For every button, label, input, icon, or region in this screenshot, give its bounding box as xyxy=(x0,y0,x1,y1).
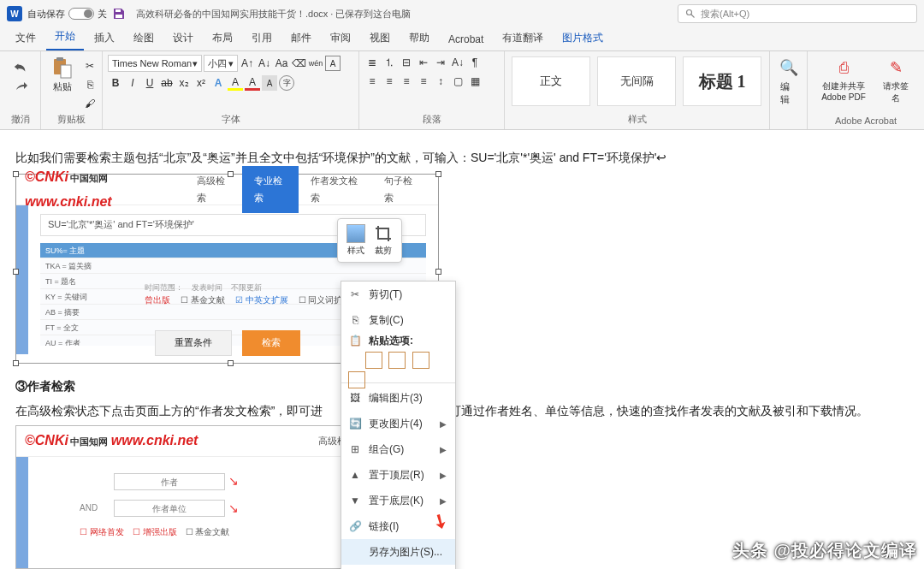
picture-style-button[interactable]: 样式 xyxy=(346,224,365,257)
ck-net[interactable]: ☐ 网络首发 xyxy=(80,525,124,540)
ctx-cut[interactable]: ✂剪切(T) xyxy=(341,282,455,307)
char-shading-icon[interactable]: A xyxy=(262,75,277,91)
tab-review[interactable]: 审阅 xyxy=(322,27,359,50)
tab-home[interactable]: 开始 xyxy=(46,26,84,50)
align-left-icon[interactable]: ≡ xyxy=(364,74,380,89)
back-icon: ▼ xyxy=(348,494,362,507)
justify-icon[interactable]: ≡ xyxy=(416,74,431,89)
tab-draw[interactable]: 绘图 xyxy=(125,27,163,50)
paste-opt-3[interactable] xyxy=(412,352,429,369)
indent-dec-icon[interactable]: ⇤ xyxy=(416,55,431,70)
autosave[interactable]: 自动保存 关 xyxy=(27,8,107,21)
paste-button[interactable]: 粘贴 xyxy=(46,55,79,95)
picture-crop-button[interactable]: 裁剪 xyxy=(374,224,393,257)
subscript-icon[interactable]: x₂ xyxy=(176,75,192,91)
tab-design[interactable]: 设计 xyxy=(164,27,202,50)
search-box[interactable]: 搜索(Alt+Q) xyxy=(678,4,917,23)
group-clipboard: 粘贴 ✂ ⎘ 🖌 剪贴板 xyxy=(41,51,103,129)
strike-icon[interactable]: ab xyxy=(159,75,175,91)
tab-file[interactable]: 文件 xyxy=(7,27,44,50)
tab-picture-format[interactable]: 图片格式 xyxy=(554,27,612,50)
show-marks-icon[interactable]: ¶ xyxy=(467,55,483,70)
svg-rect-0 xyxy=(116,9,121,12)
font-name-select[interactable]: Times New Roman▾ xyxy=(108,55,202,72)
cnki-filter-fund[interactable]: ☐ 基金文献 xyxy=(181,293,225,308)
ctx-copy[interactable]: ⎘复制(C) xyxy=(341,307,455,333)
text-effects-icon[interactable]: A xyxy=(210,75,226,91)
bold-icon[interactable]: B xyxy=(108,75,123,91)
underline-icon[interactable]: U xyxy=(142,75,157,91)
ck-enhanced[interactable]: ☐ 增强出版 xyxy=(133,525,177,540)
group-font: Times New Roman▾ 小四▾ A↑ A↓ Aa ⌫ wén A B … xyxy=(103,51,359,129)
ctx-insert-caption[interactable]: 🏷插入题注(N)... xyxy=(341,565,455,569)
shading-icon[interactable]: ▢ xyxy=(450,74,465,89)
tab-acrobat[interactable]: Acrobat xyxy=(440,30,492,50)
cnki-reset-button[interactable]: 重置条件 xyxy=(155,330,232,356)
search-icon xyxy=(685,9,696,19)
ctx-edit-picture[interactable]: 🖼编辑图片(3) xyxy=(341,385,455,411)
align-right-icon[interactable]: ≡ xyxy=(399,74,414,89)
cut-icon[interactable]: ✂ xyxy=(82,58,98,74)
cnki-filter-pub[interactable]: 曾出版 xyxy=(145,293,170,308)
change-case-icon[interactable]: Aa xyxy=(274,56,289,71)
tab-help[interactable]: 帮助 xyxy=(400,27,438,50)
style-heading1[interactable]: 标题 1 xyxy=(683,56,761,106)
cnki-header: ©CNKi中国知网 www.cnki.net 高级检索 专业检索 作者发文检索 … xyxy=(16,175,438,205)
style-normal[interactable]: 正文 xyxy=(512,56,590,106)
paste-opt-2[interactable] xyxy=(388,352,406,369)
font-color-icon[interactable]: A xyxy=(245,75,260,91)
multilevel-icon[interactable]: ⊟ xyxy=(399,55,414,70)
tab-translate[interactable]: 有道翻译 xyxy=(494,27,552,50)
borders-icon[interactable]: ▦ xyxy=(467,74,483,89)
ctx-save-as-picture[interactable]: 另存为图片(S)... xyxy=(341,539,455,565)
edit-icon: 🔍 xyxy=(778,56,800,79)
save-icon[interactable] xyxy=(112,7,126,21)
line-spacing-icon[interactable]: ↕ xyxy=(433,74,448,89)
clear-format-icon[interactable]: ⌫ xyxy=(291,56,306,71)
acrobat-sign-button[interactable]: ✎ 请求签名 xyxy=(878,55,914,106)
grow-font-icon[interactable]: A↑ xyxy=(240,56,255,71)
author-unit-field[interactable]: 作者单位 xyxy=(114,500,225,517)
ctx-change-picture[interactable]: 🔄更改图片(4)▶ xyxy=(341,411,455,436)
tab-references[interactable]: 引用 xyxy=(243,27,281,50)
group-label-paragraph: 段落 xyxy=(364,113,499,127)
font-size-select[interactable]: 小四▾ xyxy=(204,55,238,72)
shrink-font-icon[interactable]: A↓ xyxy=(257,56,272,71)
bullets-icon[interactable]: ≣ xyxy=(364,55,380,70)
align-center-icon[interactable]: ≡ xyxy=(382,74,397,89)
format-painter-icon[interactable]: 🖌 xyxy=(82,96,98,111)
tab-mail[interactable]: 邮件 xyxy=(282,27,320,50)
numbering-icon[interactable]: ⒈ xyxy=(382,55,397,70)
tab-layout[interactable]: 布局 xyxy=(204,27,241,50)
group-acrobat: ⎙ 创建并共享 Adobe PDF ✎ 请求签名 Adobe Acrobat xyxy=(808,51,924,129)
ctx-bring-front[interactable]: ▲置于顶层(R)▶ xyxy=(341,462,455,488)
cnki-search-button[interactable]: 检索 xyxy=(242,330,300,356)
autosave-toggle[interactable] xyxy=(68,8,94,20)
italic-icon[interactable]: I xyxy=(125,75,140,91)
enclose-char-icon[interactable]: 字 xyxy=(279,75,294,91)
ck-fund[interactable]: ☐ 基金文献 xyxy=(186,525,230,540)
tab-view[interactable]: 视图 xyxy=(361,27,399,50)
document-title: 高效科研必备的中国知网实用技能干货！.docx · 已保存到这台电脑 xyxy=(136,8,411,21)
cnki-filter-bilingual[interactable]: ☑ 中英文扩展 xyxy=(235,293,288,308)
paste-opt-1[interactable] xyxy=(365,352,382,369)
undo-icon[interactable] xyxy=(13,60,28,75)
char-border-icon[interactable]: A xyxy=(325,56,341,71)
copy-icon[interactable]: ⎘ xyxy=(82,77,98,92)
indent-inc-icon[interactable]: ⇥ xyxy=(433,55,448,70)
ctx-paste-label: 📋粘贴选项: xyxy=(341,333,455,348)
superscript-icon[interactable]: x² xyxy=(193,75,209,91)
acrobat-create-button[interactable]: ⎙ 创建并共享 Adobe PDF xyxy=(813,55,874,104)
picture-style-icon xyxy=(346,224,365,243)
highlight-icon[interactable]: A xyxy=(228,75,243,91)
phonetic-icon[interactable]: wén xyxy=(308,56,323,71)
edit-button[interactable]: 🔍 编辑 xyxy=(775,55,802,108)
tab-insert[interactable]: 插入 xyxy=(86,27,123,50)
sort-icon[interactable]: A↓ xyxy=(450,55,465,70)
style-nospace[interactable]: 无间隔 xyxy=(597,56,676,106)
author-field[interactable]: 作者 xyxy=(114,473,225,490)
scissors-icon: ✂ xyxy=(348,287,362,301)
pdf-icon: ⎙ xyxy=(832,56,855,79)
ctx-group[interactable]: ⊞组合(G)▶ xyxy=(341,436,455,462)
redo-icon[interactable] xyxy=(13,79,28,94)
